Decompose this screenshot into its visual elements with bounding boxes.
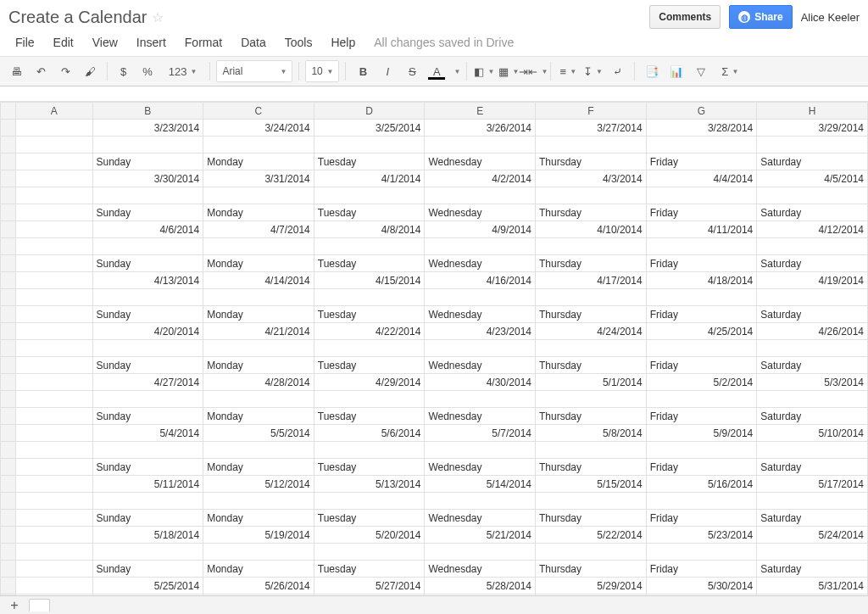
cell[interactable] xyxy=(757,238,868,255)
row-header[interactable] xyxy=(1,204,16,221)
cell[interactable]: 4/26/2014 xyxy=(757,323,868,340)
cell[interactable]: 5/12/2014 xyxy=(203,476,314,493)
menu-data[interactable]: Data xyxy=(232,32,275,53)
row-header[interactable] xyxy=(1,238,16,255)
cell[interactable]: 3/29/2014 xyxy=(757,120,868,137)
format-currency[interactable]: $ xyxy=(114,60,133,82)
cell[interactable] xyxy=(425,493,536,510)
bold-button[interactable]: B xyxy=(352,60,374,82)
row-header[interactable] xyxy=(1,408,16,425)
cell[interactable]: Monday xyxy=(203,459,314,476)
cell[interactable]: 5/28/2014 xyxy=(425,578,536,594)
cell[interactable] xyxy=(16,289,92,306)
column-header-H[interactable]: H xyxy=(757,103,868,120)
cell[interactable] xyxy=(16,578,92,594)
cell[interactable] xyxy=(425,340,536,357)
functions-button[interactable]: Σ▼ xyxy=(715,60,745,82)
cell[interactable]: Saturday xyxy=(757,459,868,476)
cell[interactable]: 3/26/2014 xyxy=(425,120,536,137)
cell[interactable]: 4/5/2014 xyxy=(757,170,868,187)
add-sheet-button[interactable]: + xyxy=(5,598,24,613)
row-header[interactable] xyxy=(1,120,16,137)
cell[interactable]: 5/2/2014 xyxy=(646,374,757,391)
cell[interactable] xyxy=(314,340,425,357)
cell[interactable]: Friday xyxy=(646,204,757,221)
cell[interactable]: 4/6/2014 xyxy=(92,221,203,238)
cell[interactable]: 5/15/2014 xyxy=(536,476,647,493)
cell[interactable]: 4/24/2014 xyxy=(536,323,647,340)
cell[interactable]: 4/19/2014 xyxy=(757,272,868,289)
cell[interactable] xyxy=(646,238,757,255)
cell[interactable]: Sunday xyxy=(92,154,203,170)
cell[interactable] xyxy=(314,544,425,561)
cell[interactable] xyxy=(203,187,314,204)
h-align-icon[interactable]: ≡▼ xyxy=(557,60,579,82)
cell[interactable]: Saturday xyxy=(757,561,868,578)
cell[interactable]: Tuesday xyxy=(314,510,425,527)
cell[interactable]: 5/14/2014 xyxy=(425,476,536,493)
cell[interactable] xyxy=(646,289,757,306)
cell[interactable]: Thursday xyxy=(536,306,647,323)
menu-tools[interactable]: Tools xyxy=(276,32,321,53)
cell[interactable]: Thursday xyxy=(536,255,647,272)
cell[interactable] xyxy=(92,187,203,204)
doc-title[interactable]: Create a Calendar xyxy=(8,8,147,27)
cell[interactable]: Friday xyxy=(646,255,757,272)
cell[interactable] xyxy=(536,187,647,204)
cell[interactable]: Monday xyxy=(203,561,314,578)
cell[interactable]: 4/28/2014 xyxy=(203,374,314,391)
cell[interactable] xyxy=(203,493,314,510)
cell[interactable]: Sunday xyxy=(92,561,203,578)
cell[interactable]: Wednesday xyxy=(425,459,536,476)
cell[interactable] xyxy=(646,544,757,561)
cell[interactable]: 4/20/2014 xyxy=(92,323,203,340)
cell[interactable]: 4/18/2014 xyxy=(646,272,757,289)
cell[interactable] xyxy=(203,544,314,561)
row-header[interactable] xyxy=(1,357,16,374)
row-header[interactable] xyxy=(1,340,16,357)
cell[interactable]: Thursday xyxy=(536,459,647,476)
cell[interactable] xyxy=(16,323,92,340)
cell[interactable]: 5/31/2014 xyxy=(757,578,868,594)
cell[interactable]: Wednesday xyxy=(425,408,536,425)
row-header[interactable] xyxy=(1,137,16,154)
cell[interactable]: Thursday xyxy=(536,357,647,374)
row-header[interactable] xyxy=(1,561,16,578)
row-header[interactable] xyxy=(1,306,16,323)
cell[interactable]: 4/23/2014 xyxy=(425,323,536,340)
formula-bar[interactable] xyxy=(0,87,868,102)
cell[interactable]: 3/28/2014 xyxy=(646,120,757,137)
cell[interactable] xyxy=(92,391,203,408)
cell[interactable]: Monday xyxy=(203,357,314,374)
cell[interactable] xyxy=(646,340,757,357)
cell[interactable]: 5/23/2014 xyxy=(646,527,757,544)
cell[interactable]: Tuesday xyxy=(314,408,425,425)
cell[interactable]: 4/13/2014 xyxy=(92,272,203,289)
cell[interactable]: Thursday xyxy=(536,561,647,578)
font-select[interactable]: Arial▼ xyxy=(216,60,292,82)
row-header[interactable] xyxy=(1,272,16,289)
cell[interactable]: Friday xyxy=(646,459,757,476)
cell[interactable] xyxy=(92,137,203,154)
cell[interactable] xyxy=(314,187,425,204)
borders-icon[interactable]: ▦▼ xyxy=(498,60,520,82)
cell[interactable] xyxy=(646,137,757,154)
filter-icon[interactable]: ▽ xyxy=(690,60,712,82)
cell[interactable]: Tuesday xyxy=(314,154,425,170)
cell[interactable]: 5/11/2014 xyxy=(92,476,203,493)
cell[interactable]: 5/9/2014 xyxy=(646,425,757,442)
cell[interactable]: Saturday xyxy=(757,408,868,425)
text-color-button[interactable]: A xyxy=(426,60,448,82)
row-header[interactable] xyxy=(1,391,16,408)
cell[interactable]: Monday xyxy=(203,204,314,221)
cell[interactable]: 5/1/2014 xyxy=(536,374,647,391)
cell[interactable] xyxy=(16,357,92,374)
cell[interactable]: 3/24/2014 xyxy=(203,120,314,137)
menu-file[interactable]: File xyxy=(7,32,43,53)
cell[interactable]: Monday xyxy=(203,408,314,425)
cell[interactable] xyxy=(757,340,868,357)
cell[interactable]: Thursday xyxy=(536,510,647,527)
cell[interactable] xyxy=(757,289,868,306)
cell[interactable] xyxy=(16,204,92,221)
cell[interactable] xyxy=(646,442,757,459)
